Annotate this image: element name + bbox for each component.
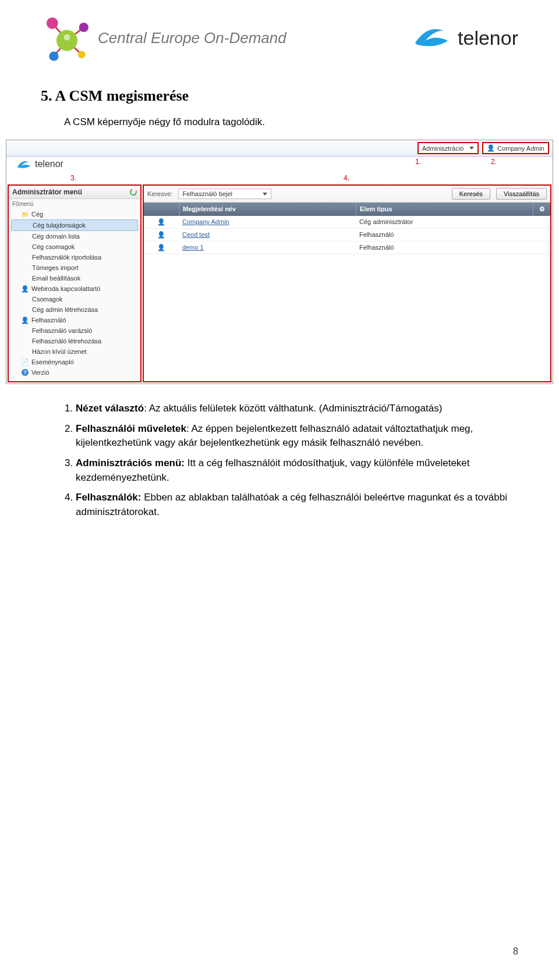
telenor-swirl-icon: [16, 158, 32, 171]
admin-sidebar: Adminisztrátor menü Főmenü 📁CégCég tulaj…: [8, 184, 141, 382]
ceod-logo: Central Europe On-Demand: [41, 12, 286, 64]
sidebar-item-label: Email beállítások: [32, 275, 80, 282]
sidebar-item[interactable]: Felhasználó varázsló: [9, 325, 140, 336]
sidebar-item-label: Felhasználó varázsló: [32, 327, 92, 334]
table-row[interactable]: 👤demo 1Felhasználó: [144, 242, 550, 254]
sidebar-item[interactable]: ?Verzió: [9, 367, 140, 378]
page-header: Central Europe On-Demand telenor: [41, 12, 518, 64]
content-area: Keresve: Felhasználó bejel Keresés Vissz…: [143, 184, 551, 382]
table-row[interactable]: 👤Ceod testFelhasználó: [144, 229, 550, 242]
list-item: Adminisztrációs menü: Itt a cég felhaszn…: [76, 456, 518, 485]
person-icon: 👤: [487, 144, 495, 152]
col-header-name[interactable]: Megjelenítési név: [179, 203, 356, 216]
sidebar-item-label: Felhasználó létrehozása: [32, 338, 101, 345]
view-selector[interactable]: Adminisztráció: [418, 142, 479, 154]
sidebar-item-label: Tömeges import: [32, 264, 78, 271]
user-name: Company Admin: [497, 145, 544, 152]
intro-text: A CSM képernyője négy fő modulra tagolód…: [64, 116, 518, 128]
table-body: 👤Company AdminCég adminisztrátor👤Ceod te…: [144, 216, 550, 254]
list-item: Felhasználói műveletek: Az éppen bejelen…: [76, 422, 518, 450]
sidebar-item[interactable]: Cég admin létrehozása: [9, 304, 140, 315]
list-bold: Nézet választó: [76, 403, 144, 414]
list-item: Nézet választó: Az aktuális felületek kö…: [76, 402, 518, 416]
sidebar-item[interactable]: Tömeges import: [9, 262, 140, 273]
sidebar-item[interactable]: 👤Webiroda kapcsolattartó: [9, 283, 140, 294]
sidebar-item-label: Cég csomagok: [32, 243, 75, 250]
sidebar-item-label: Cég tulajdonságok: [33, 222, 86, 229]
person-icon: 👤: [22, 317, 29, 324]
folder-icon: 📁: [22, 211, 29, 218]
ceod-text: Central Europe On-Demand: [98, 29, 286, 47]
list-text: Ebben az ablakban találhatóak a cég felh…: [76, 492, 507, 517]
person-icon: 👤: [144, 229, 179, 241]
row-name[interactable]: Company Admin: [179, 216, 356, 228]
list-text: : Az aktuális felületek között válthatun…: [144, 403, 442, 414]
sidebar-item-label: Cég admin létrehozása: [32, 306, 98, 313]
refresh-icon[interactable]: [129, 187, 137, 196]
area-3-number: 3.: [6, 174, 140, 182]
section-title: 5. A CSM megismerése: [41, 87, 518, 105]
sidebar-item[interactable]: Cég csomagok: [9, 242, 140, 252]
sidebar-item-label: Verzió: [31, 369, 49, 376]
list-bold: Adminisztrációs menü:: [76, 457, 185, 468]
area-2-number: 2.: [491, 158, 497, 171]
sidebar-item-label: Webiroda kapcsolattartó: [31, 285, 100, 292]
row-name[interactable]: Ceod test: [179, 229, 356, 241]
sidebar-item[interactable]: 👤Felhasználó: [9, 315, 140, 325]
search-label: Keresve:: [147, 190, 172, 197]
sidebar-title: Adminisztrátor menü: [12, 188, 82, 196]
area-1-number: 1.: [415, 158, 421, 171]
chevron-down-icon: [469, 147, 474, 150]
ss-labels-row: telenor 1. 2.: [6, 157, 553, 174]
telenor-logo: telenor: [411, 20, 518, 55]
sidebar-item[interactable]: Email beállítások: [9, 273, 140, 283]
sidebar-item[interactable]: Cég domain lista: [9, 231, 140, 242]
sidebar-item[interactable]: 📄Eseménynapló: [9, 357, 140, 367]
page-number: 8: [513, 946, 518, 957]
telenor-text: telenor: [458, 27, 518, 49]
sidebar-item-label: Házon kívül üzenet: [32, 348, 87, 355]
view-selector-label: Adminisztráció: [422, 145, 464, 152]
svg-point-7: [79, 23, 89, 32]
row-type: Felhasználó: [356, 229, 533, 241]
sidebar-item[interactable]: 📁Cég: [9, 209, 140, 219]
search-field[interactable]: Felhasználó bejel: [178, 189, 271, 199]
sidebar-item-label: Cég: [31, 211, 43, 218]
svg-point-9: [78, 51, 86, 59]
row-type: Cég adminisztrátor: [356, 216, 533, 228]
svg-point-5: [64, 34, 70, 41]
ss-topbar: Adminisztráció 👤 Company Admin: [6, 140, 553, 157]
sidebar-item-label: Felhasználók riportolása: [32, 254, 101, 261]
table-header: Megjelenítési név Elem típus ⚙: [144, 203, 550, 216]
person-icon: 👤: [144, 242, 179, 254]
chevron-down-icon: [263, 193, 267, 196]
gear-icon[interactable]: ⚙: [533, 203, 550, 216]
search-field-value: Felhasználó bejel: [182, 190, 232, 197]
ss-main: Adminisztrátor menü Főmenü 📁CégCég tulaj…: [6, 184, 553, 384]
sidebar-item-label: Felhasználó: [31, 317, 66, 324]
sidebar-item-label: Csomagok: [32, 296, 63, 303]
search-button[interactable]: Keresés: [452, 188, 490, 200]
sidebar-item[interactable]: Házon kívül üzenet: [9, 346, 140, 357]
telenor-swirl-icon: [411, 20, 452, 55]
table-row[interactable]: 👤Company AdminCég adminisztrátor: [144, 216, 550, 229]
sidebar-tree: 📁CégCég tulajdonságokCég domain listaCég…: [9, 209, 140, 381]
sidebar-item[interactable]: Cég tulajdonságok: [11, 219, 138, 231]
sidebar-item[interactable]: Csomagok: [9, 294, 140, 304]
list-item: Felhasználók: Ebben az ablakban találhat…: [76, 491, 518, 519]
col-header-type[interactable]: Elem típus: [356, 203, 533, 216]
svg-point-6: [47, 17, 58, 29]
sidebar-item-label: Cég domain lista: [32, 233, 80, 240]
sidebar-subtitle: Főmenü: [9, 199, 140, 209]
reset-button[interactable]: Visszaállítás: [496, 188, 547, 200]
sidebar-item[interactable]: Felhasználók riportolása: [9, 252, 140, 262]
user-menu[interactable]: 👤 Company Admin: [482, 142, 549, 154]
svg-point-8: [49, 51, 58, 61]
person-icon: 👤: [144, 216, 179, 228]
sidebar-item[interactable]: Felhasználó létrehozása: [9, 336, 140, 346]
ss-telenor-logo: telenor: [16, 158, 63, 171]
molecule-icon: [41, 12, 93, 64]
sidebar-item-label: Eseménynapló: [31, 358, 74, 365]
list-bold: Felhasználói műveletek: [76, 423, 186, 434]
row-name[interactable]: demo 1: [179, 242, 356, 254]
